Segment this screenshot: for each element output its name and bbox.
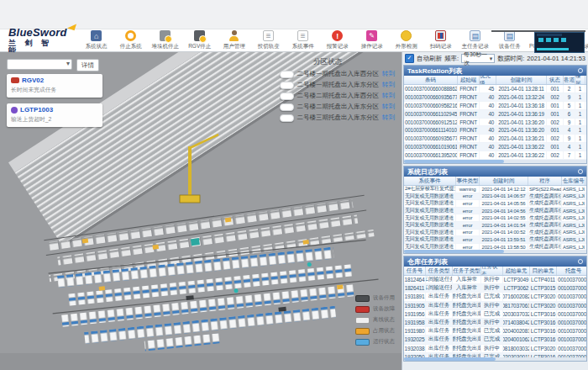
column-header[interactable]: 起始端 bbox=[458, 76, 480, 84]
user-manage-icon bbox=[228, 30, 239, 41]
device-filter-select[interactable] bbox=[7, 59, 72, 70]
column-header[interactable]: 巷道 bbox=[564, 76, 575, 84]
table-row[interactable]: 00100370006609582162FRONT402021-04-01 13… bbox=[404, 102, 586, 110]
table-row[interactable]: 00100370006611140105FRONT402021-04-01 13… bbox=[404, 126, 586, 135]
table-cell: warning bbox=[456, 186, 480, 193]
column-header[interactable]: 优先级 bbox=[480, 76, 496, 84]
toolbar-button-scan[interactable]: 扫码记录 bbox=[425, 30, 457, 50]
zone-goto-link[interactable]: 转到 bbox=[382, 92, 395, 100]
table-row[interactable]: 无回复或无用数据通道error2021-04-01 14:02:55生成托盘调库… bbox=[404, 214, 586, 222]
table-row[interactable]: 00100370006600888629FRONT452021-04-01 13… bbox=[404, 85, 586, 93]
table-row[interactable]: 00100370006613952005FRONT402021-04-01 13… bbox=[404, 151, 586, 160]
minimap-window[interactable] bbox=[534, 32, 585, 53]
toolbar-button-alarm[interactable]: 报警记录 bbox=[322, 30, 354, 50]
toolbar-button-system-status[interactable]: 系统状态 bbox=[81, 30, 113, 50]
table-cell: 2021-04-01 13:36:22 bbox=[496, 151, 547, 159]
table-row[interactable]: 无回复或无用数据通道error2021-04-01 14:06:57生成托盘调库… bbox=[404, 193, 586, 201]
column-header[interactable]: 任务状态 bbox=[481, 267, 503, 275]
table-row[interactable]: 00100370006609356770FRONT402021-04-01 13… bbox=[404, 135, 586, 143]
auto-refresh-checkbox[interactable]: ✓ bbox=[405, 54, 414, 63]
horizontal-scrollbar[interactable] bbox=[404, 160, 586, 163]
toolbar-button-user-manage[interactable]: 用户管理 bbox=[218, 30, 250, 50]
table-row[interactable]: 00100370006609356770FRONT402021-04-01 13… bbox=[404, 93, 586, 102]
zone-goto-link[interactable]: 转到 bbox=[382, 114, 395, 122]
column-header[interactable]: 任务子类型 bbox=[453, 267, 481, 275]
panel-collapse-icon[interactable] bbox=[578, 169, 583, 174]
table-row[interactable]: 1931956出库任务整托盘先出库已完成0203037032LCTP301600… bbox=[404, 310, 586, 319]
table-row[interactable]: 1812464车间输送任务入库异常执行中LCTP3049LCTP40110010… bbox=[404, 276, 586, 284]
column-header[interactable]: 程序 bbox=[528, 177, 562, 185]
scrollbar-thumb[interactable] bbox=[404, 250, 504, 253]
zone-checkbox[interactable] bbox=[280, 82, 294, 89]
table-cell: 0010037000660 bbox=[557, 302, 586, 309]
table-cell: 0203037032 bbox=[503, 310, 530, 318]
zone-checkbox[interactable] bbox=[280, 114, 294, 122]
column-header[interactable]: 楼层 bbox=[575, 76, 585, 84]
toolbar-button-shape-check[interactable]: 外形检测 bbox=[391, 30, 423, 50]
column-header[interactable]: 状态 bbox=[547, 76, 564, 84]
column-header[interactable]: 创建时间 bbox=[480, 177, 528, 185]
table-row[interactable]: 无回复或无用数据通道error2021-04-01 14:05:56生成托盘调库… bbox=[404, 200, 586, 208]
table-cell: 1931958 bbox=[404, 319, 426, 326]
table-cell: 生成托盘调库任务模块 bbox=[528, 200, 562, 207]
table-row[interactable]: 1826411车间输送任务入库异常执行中LCTP3062LCTP30150010… bbox=[404, 284, 586, 293]
zone-checkbox[interactable] bbox=[280, 92, 294, 100]
column-header[interactable]: 任务号 bbox=[404, 267, 426, 275]
zone-goto-link[interactable]: 转到 bbox=[382, 103, 395, 111]
table-row[interactable]: 无回复或无用数据通道error2021-04-01 13:59:51生成托盘调库… bbox=[404, 236, 586, 244]
toolbar-button-operation[interactable]: 操作记录 bbox=[356, 30, 388, 50]
table-row[interactable]: 无回复或无用数据通道error2021-04-01 14:04:56生成托盘调库… bbox=[404, 208, 586, 215]
table-row[interactable]: 1931891出库任务整托盘先出库已完成0716002082LCTP302000… bbox=[404, 293, 586, 301]
column-header[interactable]: 任务类型 bbox=[426, 267, 453, 275]
zone-checkbox[interactable] bbox=[280, 71, 294, 78]
legend-label: 离线状态 bbox=[373, 316, 395, 324]
panel-collapse-icon[interactable] bbox=[578, 68, 583, 73]
freq-select[interactable]: 每30秒一次 ▾ bbox=[461, 54, 495, 63]
column-header[interactable]: 托盘号 bbox=[557, 267, 587, 275]
column-header[interactable]: 创建时间 bbox=[496, 76, 547, 84]
table-row[interactable]: 无回复或无用数据通道error2021-04-01 14:00:52生成托盘调库… bbox=[404, 230, 586, 237]
toolbar-button-task-device[interactable]: 设备任务 bbox=[494, 30, 526, 50]
column-header[interactable]: 系统事件 bbox=[404, 177, 456, 185]
table-row[interactable]: 00100370006611029457FRONT402021-04-01 13… bbox=[404, 110, 586, 119]
warehouse-3d-viewport[interactable]: 详情 RGV02长时间未完成任务LGTP1003输送上货超时_2 分区状态 二号… bbox=[0, 52, 402, 370]
table-row[interactable]: 无回复或无用数据通道error2021-04-01 13:58:50生成托盘调库… bbox=[404, 244, 586, 250]
scrollbar-thumb[interactable] bbox=[404, 160, 504, 163]
toolbar-button-doc2[interactable]: 系统事件 bbox=[287, 30, 319, 50]
table-cell: 4 bbox=[564, 126, 575, 134]
table-row[interactable]: 00100370006610190619FRONT402021-04-01 13… bbox=[404, 143, 586, 151]
toolbar-button-stacker-stop[interactable]: 堆垛机停止 bbox=[150, 30, 181, 50]
table-cell: LCTP3020 bbox=[530, 293, 557, 300]
column-header[interactable]: 事件类型 bbox=[456, 177, 480, 185]
toolbar-button-stop-system[interactable]: 停止系统 bbox=[115, 30, 147, 50]
alert-card-LGTP1003[interactable]: LGTP1003输送上货超时_2 bbox=[7, 103, 102, 127]
toolbar-button-task-main[interactable]: 主任务记录 bbox=[459, 30, 491, 50]
table-row[interactable]: 无回复或无用数据通道error2021-04-01 14:01:54生成托盘调库… bbox=[404, 222, 586, 230]
zone-goto-link[interactable]: 转到 bbox=[382, 70, 395, 78]
panel-collapse-icon[interactable] bbox=[578, 259, 583, 264]
scrollbar-thumb[interactable] bbox=[404, 357, 496, 361]
toolbar-button-rgv-stop[interactable]: RGV停止 bbox=[184, 30, 216, 50]
table-row[interactable]: 1932038出库任务整托盘先出库执行中0818003032LCTP302000… bbox=[404, 345, 586, 353]
table-row[interactable]: 1931980出库任务整托盘先出库已完成0204002081LCTP301600… bbox=[404, 327, 586, 336]
alert-card-RGV02[interactable]: RGV02长时间未完成任务 bbox=[7, 74, 102, 98]
table-cell: 0010037000660 bbox=[557, 284, 586, 292]
table-row[interactable]: 2#七层穿梭车往复式提升机平台长度warning2021-04-01 14:12… bbox=[404, 186, 586, 193]
column-header[interactable]: 仓库编号 bbox=[562, 177, 585, 185]
table-row[interactable]: 00100370006609125123FRONT402021-04-01 13… bbox=[404, 119, 586, 127]
horizontal-scrollbar[interactable] bbox=[404, 357, 586, 361]
horizontal-scrollbar[interactable] bbox=[404, 250, 586, 253]
column-header[interactable]: 条码 bbox=[404, 76, 458, 84]
toolbar-button-doc1[interactable]: 投切轨变 bbox=[253, 30, 285, 50]
zone-goto-link[interactable]: 转到 bbox=[382, 81, 395, 89]
table-row[interactable]: 1931958出库任务整托盘先出库执行中0714038042LCTP301600… bbox=[404, 319, 586, 327]
details-button[interactable]: 详情 bbox=[76, 59, 99, 71]
column-header[interactable]: 目的单元 bbox=[530, 267, 557, 275]
minimap-cell bbox=[546, 38, 551, 42]
table-cell: 2021-04-01 14:06:57 bbox=[480, 193, 528, 200]
table-row[interactable]: 1931905出库任务整托盘先出库执行中0817037061LCTP302000… bbox=[404, 302, 586, 310]
column-header[interactable]: 起始单元 bbox=[503, 267, 530, 275]
table-row[interactable]: 1932025出库任务整托盘先出库已完成0204001062LCTP301600… bbox=[404, 336, 586, 344]
alert-head: LGTP1003 bbox=[11, 106, 98, 114]
zone-checkbox[interactable] bbox=[280, 103, 294, 111]
